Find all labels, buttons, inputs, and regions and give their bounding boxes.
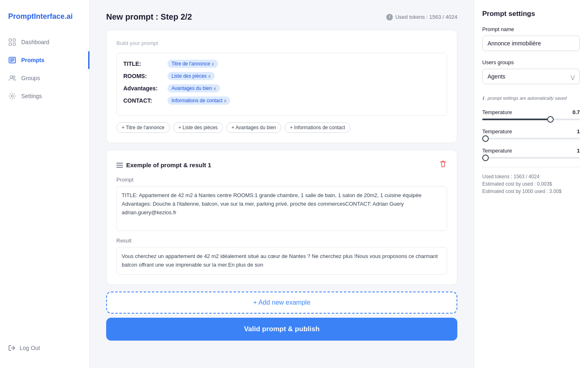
page-title: New prompt : Step 2/2 (106, 12, 192, 22)
footer-cost-used: Estimated cost by used : 0.003$ (482, 181, 580, 187)
temp-label-1: Temperature (482, 109, 512, 115)
svg-rect-2 (9, 43, 11, 45)
slider-thumb-3[interactable] (482, 155, 489, 161)
main-content: New prompt : Step 2/2 i Used tokens : 15… (90, 0, 474, 368)
page-header: New prompt : Step 2/2 i Used tokens : 15… (106, 12, 457, 22)
prompt-name-input[interactable] (482, 36, 580, 51)
publish-label: Valid prompt & publish (244, 325, 319, 333)
remove-tag-contact[interactable]: x (224, 98, 227, 103)
sidebar-item-label: Dashboard (21, 39, 49, 45)
sidebar-item-prompts[interactable]: Prompts (0, 51, 89, 69)
prompt-name-label: Prompt name (482, 26, 580, 32)
prompt-line-advantages: Advantages: Avantages du bien x (123, 84, 440, 92)
svg-rect-1 (13, 39, 16, 41)
tag-contact: Informations de contact x (167, 96, 230, 105)
slider-fill-1 (482, 119, 550, 120)
example-card: Exemple of prompt & result 1 Prompt TITL… (106, 150, 457, 285)
example-result-text[interactable]: Vous cherchez un appartement de 42 m2 id… (116, 247, 447, 275)
users-groups-select[interactable]: Agents (482, 69, 580, 84)
field-label-contact: CONTACT: (123, 97, 164, 104)
sidebar-item-label: Settings (21, 93, 42, 99)
bottom-actions: + Add new example Valid prompt & publish (106, 292, 457, 341)
temperature-slider-2: Temperature 1 (482, 128, 580, 139)
slider-track-2[interactable] (482, 138, 580, 139)
panel-title: Prompt settings (482, 10, 580, 18)
logout-label: Log Out (20, 345, 40, 351)
footer-tokens: Used tokens : 1563 / 4024 (482, 174, 580, 180)
example-prompt-text[interactable]: TITLE: Appartement de 42 m2 à Nantes cen… (116, 186, 447, 231)
app-logo: PromptInterface.ai (0, 8, 89, 33)
auto-save-note: ℹ : prompt settings are automatically sa… (482, 96, 580, 101)
temperature-slider-3: Temperature 1 (482, 148, 580, 159)
slider-track-1[interactable] (482, 119, 580, 120)
tokens-used-label: Used tokens : 1563 / 4024 (395, 14, 457, 20)
add-example-label: + Add new example (253, 299, 310, 306)
build-prompt-label: Build your prompt (116, 40, 447, 46)
slider-thumb-1[interactable] (547, 116, 554, 123)
sidebar-item-groups[interactable]: Groups (0, 69, 89, 87)
remove-tag-pieces[interactable]: x (208, 74, 211, 79)
svg-rect-3 (13, 43, 16, 45)
add-variable-contact[interactable]: + Informations de contact (285, 122, 350, 133)
groups-icon (8, 74, 16, 82)
svg-point-9 (10, 76, 13, 78)
variable-buttons: + Titre de l'annonce + Liste des pièces … (116, 122, 447, 133)
publish-button[interactable]: Valid prompt & publish (106, 318, 457, 341)
example-title: Exemple of prompt & result 1 (116, 162, 211, 168)
svg-point-11 (11, 95, 13, 97)
tag-titre: Titre de l'annonce x (167, 60, 218, 68)
prompt-line-title: TITLE: Titre de l'annonce x (123, 60, 440, 68)
example-header: Exemple of prompt & result 1 (116, 160, 447, 170)
tag-avantages: Avantages du bien x (167, 84, 220, 92)
prompts-icon (8, 56, 16, 64)
temperature-slider-1: Temperature 0.7 (482, 109, 580, 120)
slider-thumb-2[interactable] (482, 135, 489, 142)
sidebar: PromptInterface.ai Dashboard Prompts (0, 0, 90, 368)
temp-value-3: 1 (577, 148, 580, 154)
drag-handle-icon (116, 163, 123, 168)
sidebar-item-dashboard[interactable]: Dashboard (0, 33, 89, 51)
right-panel: Prompt settings Prompt name Users groups… (474, 0, 588, 368)
info-icon: i (386, 14, 393, 20)
svg-rect-0 (9, 39, 11, 41)
temp-value-2: 1 (577, 128, 580, 135)
prompt-builder: TITLE: Titre de l'annonce x ROOMS: Liste… (116, 53, 447, 116)
add-variable-avantages[interactable]: + Avantages du bien (226, 122, 281, 133)
temp-label-3: Temperature (482, 148, 512, 154)
panel-footer: Used tokens : 1563 / 4024 Estimated cost… (482, 167, 580, 194)
delete-example-button[interactable] (439, 160, 447, 170)
sidebar-item-label: Prompts (21, 57, 45, 63)
prompt-section-label: Prompt (116, 177, 447, 183)
field-label-advantages: Advantages: (123, 85, 164, 92)
remove-tag-avantages[interactable]: x (214, 86, 216, 91)
settings-icon (8, 92, 16, 100)
users-groups-label: Users groups (482, 59, 580, 65)
temp-value-1: 0.7 (572, 109, 580, 115)
temp-label-2: Temperature (482, 128, 512, 135)
sidebar-item-label: Groups (21, 75, 40, 81)
svg-point-10 (13, 76, 15, 78)
add-variable-titre[interactable]: + Titre de l'annonce (116, 122, 170, 133)
add-example-button[interactable]: + Add new example (106, 292, 457, 314)
add-variable-pieces[interactable]: + Liste des pièces (173, 122, 223, 133)
prompt-line-contact: CONTACT: Informations de contact x (123, 96, 440, 105)
sidebar-item-settings[interactable]: Settings (0, 87, 89, 105)
logout-button[interactable]: Log Out (8, 344, 81, 352)
prompt-line-rooms: ROOMS: Liste des pièces x (123, 72, 440, 80)
build-prompt-card: Build your prompt TITLE: Titre de l'anno… (106, 30, 457, 143)
slider-track-3[interactable] (482, 157, 580, 159)
footer-cost-1000: Estimated cost by 1000 used : 3.00$ (482, 188, 580, 194)
field-label-title: TITLE: (123, 61, 164, 67)
tokens-badge: i Used tokens : 1563 / 4024 (386, 14, 457, 20)
content-area: New prompt : Step 2/2 i Used tokens : 15… (90, 0, 474, 368)
result-section-label: Result (116, 238, 447, 244)
tag-pieces: Liste des pièces x (167, 72, 215, 80)
users-groups-wrapper: Agents V (482, 69, 580, 88)
field-label-rooms: ROOMS: (123, 73, 164, 79)
dashboard-icon (8, 38, 16, 46)
remove-tag-titre[interactable]: x (212, 61, 214, 66)
